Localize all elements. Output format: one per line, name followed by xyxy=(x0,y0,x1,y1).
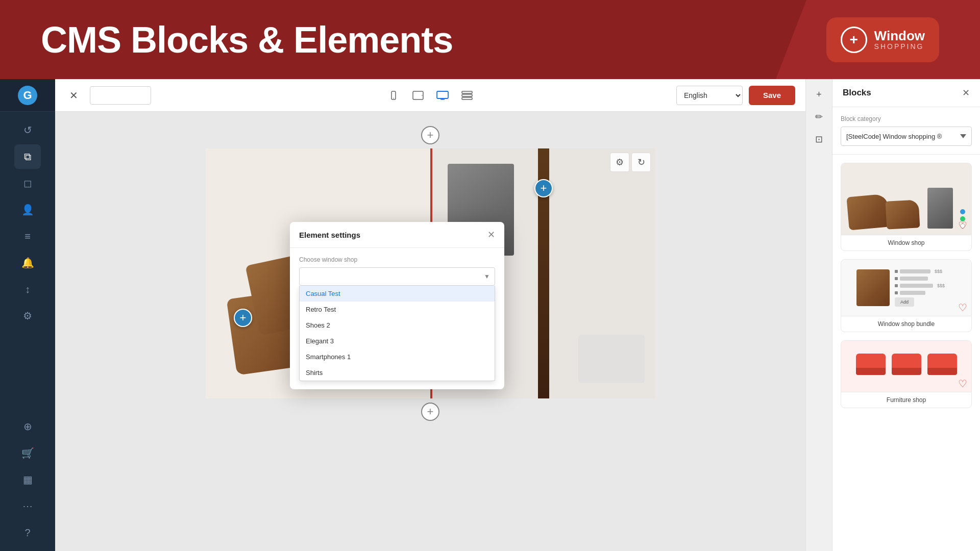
svg-rect-7 xyxy=(462,97,472,99)
page-title: CMS Blocks & Elements xyxy=(41,19,453,61)
right-edit-button[interactable]: ✏ xyxy=(810,108,828,126)
svg-point-1 xyxy=(393,97,394,98)
sidebar-item-layers[interactable]: ⧉ xyxy=(14,144,41,169)
canvas-refresh-button[interactable]: ↻ xyxy=(631,153,651,172)
add-element-button-4[interactable]: + xyxy=(534,179,553,197)
dropdown-option-shirts[interactable]: Shirts xyxy=(300,365,495,381)
sidebar-item-history[interactable]: ↺ xyxy=(14,118,41,142)
modal-body: Choose window shop ▼ Casual Test Retro T… xyxy=(290,248,504,389)
list-view-button[interactable] xyxy=(458,86,476,105)
language-select[interactable]: English xyxy=(676,86,743,105)
modal-close-button[interactable]: ✕ xyxy=(487,229,495,240)
svg-rect-6 xyxy=(462,94,472,96)
logo-sub: SHOPPING xyxy=(874,42,925,51)
block-label-3: Furniture shop xyxy=(841,392,971,408)
dropdown-arrow-icon: ▼ xyxy=(484,273,490,280)
toolbar: ✕ English Save xyxy=(55,79,805,112)
right-block-button[interactable]: ⊡ xyxy=(810,130,828,148)
heart-button-3[interactable]: ♡ xyxy=(958,378,967,390)
add-block-bottom-button[interactable]: + xyxy=(421,403,439,421)
sidebar-item-pages[interactable]: ◻ xyxy=(14,171,41,195)
modal-field-label: Choose window shop xyxy=(299,256,495,263)
sidebar-item-users[interactable]: 👤 xyxy=(14,197,41,222)
logo-text: Window SHOPPING xyxy=(874,29,925,51)
block-label-2: Window shop bundle xyxy=(841,316,971,332)
desktop-view-button[interactable] xyxy=(433,86,452,105)
svg-point-3 xyxy=(422,95,423,96)
canvas-settings-bar: ⚙ ↻ xyxy=(610,153,651,172)
left-sidebar: G ↺ ⧉ ◻ 👤 ≡ 🔔 ↕ ⚙ ⊕ 🛒 ▦ ⋯ ? xyxy=(0,79,55,551)
logo-container: + Window SHOPPING xyxy=(826,17,939,62)
canvas-settings-button[interactable]: ⚙ xyxy=(610,153,629,172)
svg-rect-5 xyxy=(462,91,472,93)
modal-header: Element settings ✕ xyxy=(290,222,504,248)
block-preview-bundle: $$$ $$$ Add ♡ xyxy=(841,260,971,316)
svg-rect-4 xyxy=(437,91,448,98)
dropdown-option-smartphones-1[interactable]: Smartphones 1 xyxy=(300,349,495,365)
block-item-bundle[interactable]: $$$ $$$ Add ♡ Window shop bundle xyxy=(841,259,972,332)
blocks-close-button[interactable]: ✕ xyxy=(962,87,970,98)
blocks-category-label: Block category xyxy=(841,115,972,122)
block-item-window-shop[interactable]: ♡ Window shop xyxy=(841,163,972,251)
sidebar-logo-icon: G xyxy=(18,86,37,105)
block-preview-window-shop: ♡ xyxy=(841,163,971,235)
dropdown-option-retro-test[interactable]: Retro Test xyxy=(300,302,495,317)
add-block-top-button[interactable]: + xyxy=(421,126,439,144)
save-button[interactable]: Save xyxy=(749,86,795,105)
sidebar-item-shop[interactable]: 🛒 xyxy=(14,441,41,465)
modal-title: Element settings xyxy=(299,231,360,239)
blocks-category-section: Block category [SteelCode] Window shoppi… xyxy=(832,107,980,155)
close-button[interactable]: ✕ xyxy=(65,87,82,104)
modal-input-wrapper: ▼ xyxy=(299,267,495,286)
sidebar-bottom: ⊕ 🛒 ▦ ⋯ ? xyxy=(14,408,41,551)
block-item-furniture[interactable]: ♡ Furniture shop xyxy=(841,340,972,408)
sidebar-item-more[interactable]: ⋯ xyxy=(14,494,41,518)
page-name-input[interactable] xyxy=(90,86,151,105)
blocks-panel: Blocks ✕ Block category [SteelCode] Wind… xyxy=(832,79,980,551)
sidebar-item-settings[interactable]: ⚙ xyxy=(14,304,41,328)
right-add-button[interactable]: + xyxy=(810,85,828,104)
element-settings-modal: Element settings ✕ Choose window shop ▼ … xyxy=(290,222,504,389)
sidebar-item-help[interactable]: ? xyxy=(14,520,41,545)
logo-icon: + xyxy=(841,27,867,53)
blocks-grid: ♡ Window shop $$$ $$$ Add xyxy=(832,155,980,551)
add-element-button-2[interactable]: + xyxy=(234,309,252,327)
dropdown-option-elegant-3[interactable]: Elegant 3 xyxy=(300,333,495,349)
logo-brand: Window xyxy=(874,29,925,42)
sidebar-logo: G xyxy=(0,79,55,112)
sidebar-item-notifications[interactable]: 🔔 xyxy=(14,251,41,275)
dropdown-option-shoes-2[interactable]: Shoes 2 xyxy=(300,317,495,333)
header-banner: CMS Blocks & Elements + Window SHOPPING xyxy=(0,0,980,79)
blocks-category-select[interactable]: [SteelCode] Window shopping ® xyxy=(841,127,972,146)
device-switcher xyxy=(384,86,476,105)
heart-button-2[interactable]: ♡ xyxy=(958,302,967,314)
block-preview-furniture: ♡ xyxy=(841,341,971,392)
svg-rect-2 xyxy=(413,91,423,99)
dropdown-option-casual-test[interactable]: Casual Test xyxy=(300,286,495,302)
sidebar-item-add[interactable]: ⊕ xyxy=(14,414,41,439)
sidebar-nav: ↺ ⧉ ◻ 👤 ≡ 🔔 ↕ ⚙ xyxy=(14,112,41,408)
blocks-title: Blocks xyxy=(843,88,871,98)
heart-button-1[interactable]: ♡ xyxy=(958,219,967,232)
window-shop-input[interactable] xyxy=(299,267,495,286)
sidebar-item-content[interactable]: ≡ xyxy=(14,224,41,248)
block-label-1: Window shop xyxy=(841,235,971,251)
window-shop-dropdown: Casual Test Retro Test Shoes 2 Elegant 3… xyxy=(299,286,495,381)
tablet-view-button[interactable] xyxy=(409,86,427,105)
right-action-bar: + ✏ ⊡ xyxy=(805,79,832,551)
sidebar-item-grid[interactable]: ▦ xyxy=(14,467,41,492)
sidebar-item-sync[interactable]: ↕ xyxy=(14,277,41,302)
blocks-header: Blocks ✕ xyxy=(832,79,980,107)
toolbar-right: English Save xyxy=(676,86,795,105)
mobile-view-button[interactable] xyxy=(384,86,403,105)
